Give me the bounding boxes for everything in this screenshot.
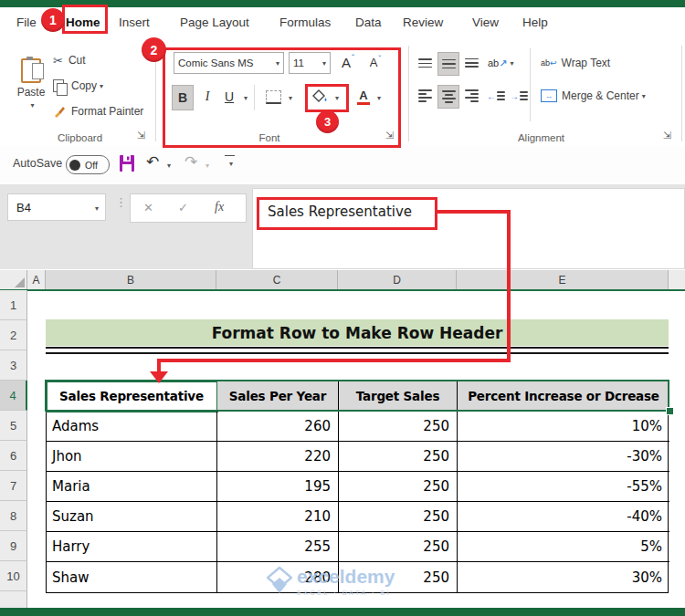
table-cell[interactable]: 250 xyxy=(339,562,458,592)
table-header-cell[interactable]: Percent Increase or Dcrease xyxy=(458,381,669,412)
table-cell[interactable]: 255 xyxy=(217,532,339,562)
table-cell[interactable]: 250 xyxy=(339,502,458,532)
font-size-combo[interactable]: 11 ▾ xyxy=(289,52,331,74)
formula-bar[interactable]: Sales Representative xyxy=(252,188,685,269)
table-cell[interactable]: 220 xyxy=(217,442,339,472)
column-header-partial[interactable] xyxy=(669,270,685,289)
row-header-3[interactable]: 3 xyxy=(0,350,27,381)
table-cell[interactable]: Shaw xyxy=(47,562,217,592)
drag-handle-icon[interactable]: ⋮ xyxy=(115,195,127,209)
table-header-cell[interactable]: Sales Representative xyxy=(47,381,217,412)
table-cell[interactable]: 5% xyxy=(458,532,669,562)
row-header-9[interactable]: 9 xyxy=(0,531,27,561)
undo-icon[interactable]: ↶ xyxy=(146,152,159,172)
menu-item-review[interactable]: Review xyxy=(403,16,443,29)
table-cell[interactable]: -40% xyxy=(458,502,669,532)
table-cell[interactable]: 280 xyxy=(217,562,339,592)
table-cell[interactable]: 10% xyxy=(458,412,669,442)
undo-chevron-icon[interactable]: ▾ xyxy=(167,162,171,170)
table-cell[interactable]: Harry xyxy=(47,532,217,562)
align-left-button[interactable] xyxy=(415,85,435,107)
menu-item-data[interactable]: Data xyxy=(355,16,382,29)
redo-chevron-icon[interactable]: ▾ xyxy=(206,162,209,170)
table-cell[interactable]: Suzan xyxy=(47,502,217,532)
save-icon[interactable] xyxy=(119,154,135,172)
clipboard-dialog-launcher-icon[interactable]: ⇲ xyxy=(137,130,145,141)
menu-item-page-layout[interactable]: Page Layout xyxy=(180,16,249,29)
menu-item-home[interactable]: Home xyxy=(66,16,100,29)
borders-button[interactable] xyxy=(261,85,285,109)
column-header-E[interactable]: E xyxy=(457,270,669,289)
insert-function-icon[interactable]: fx xyxy=(215,200,224,214)
increase-indent-button[interactable]: → xyxy=(509,85,529,107)
menu-item-file[interactable]: File xyxy=(16,16,37,29)
row-header-2[interactable]: 2 xyxy=(0,320,27,350)
align-top-button[interactable] xyxy=(415,52,435,74)
font-color-chevron-icon[interactable]: ▾ xyxy=(377,94,381,102)
column-header-A[interactable]: A xyxy=(27,270,46,289)
row-header-6[interactable]: 6 xyxy=(0,441,27,471)
align-bottom-button[interactable] xyxy=(461,52,481,74)
column-header-D[interactable]: D xyxy=(338,270,457,289)
merge-center-button[interactable]: ↔ Merge & Center ▾ xyxy=(541,85,646,107)
italic-button[interactable]: I xyxy=(197,85,217,109)
menu-item-insert[interactable]: Insert xyxy=(119,16,150,29)
table-cell[interactable]: 210 xyxy=(217,502,339,532)
fill-color-chevron-icon[interactable]: ▾ xyxy=(335,94,339,102)
row-header-4[interactable]: 4 xyxy=(0,381,27,411)
redo-icon[interactable]: ↷ xyxy=(184,152,197,172)
align-right-button[interactable] xyxy=(461,85,481,107)
autosave-toggle[interactable]: Off xyxy=(66,155,110,174)
row-header-partial[interactable] xyxy=(0,591,27,608)
table-cell[interactable]: 250 xyxy=(339,472,458,502)
column-header-C[interactable]: C xyxy=(216,270,338,289)
copy-button[interactable]: Copy ▾ xyxy=(53,78,103,94)
menu-item-formulas[interactable]: Formulas xyxy=(279,16,331,29)
menu-item-view[interactable]: View xyxy=(472,16,499,29)
paste-button[interactable]: Paste ▾ xyxy=(13,47,49,120)
format-painter-button[interactable]: Format Painter xyxy=(53,103,143,120)
select-all-button[interactable] xyxy=(0,270,27,289)
cancel-icon[interactable]: ✕ xyxy=(143,201,153,214)
table-cell[interactable]: 30% xyxy=(458,562,669,592)
alignment-dialog-launcher-icon[interactable]: ⇲ xyxy=(663,130,671,141)
wrap-text-button[interactable]: ab↩ Wrap Text xyxy=(541,52,610,74)
name-box[interactable]: B4 ▾ xyxy=(7,193,106,221)
table-cell[interactable]: Jhon xyxy=(47,442,217,472)
decrease-indent-button[interactable]: ← xyxy=(486,85,506,107)
table-cell[interactable]: Maria xyxy=(47,472,217,502)
row-header-10[interactable]: 10 xyxy=(0,561,27,591)
font-name-combo[interactable]: Comic Sans MS ▾ xyxy=(174,52,284,74)
column-header-B[interactable]: B xyxy=(46,270,216,289)
table-cell[interactable]: Adams xyxy=(47,412,217,442)
menu-item-help[interactable]: Help xyxy=(522,16,548,29)
align-center-button[interactable] xyxy=(437,85,459,109)
row-header-1[interactable]: 1 xyxy=(0,290,27,320)
increase-font-size-button[interactable]: A ˆ xyxy=(336,50,360,74)
table-cell[interactable]: 250 xyxy=(339,412,458,442)
orientation-button[interactable]: ab ↗ ▾ xyxy=(488,52,513,74)
font-color-button[interactable]: A xyxy=(353,85,374,109)
cut-button[interactable]: ✂ Cut xyxy=(53,52,86,68)
table-cell[interactable]: 250 xyxy=(339,442,458,472)
table-cell[interactable]: 195 xyxy=(217,472,339,502)
font-dialog-launcher-icon[interactable]: ⇲ xyxy=(385,130,394,141)
enter-icon[interactable]: ✓ xyxy=(178,201,188,214)
row-header-7[interactable]: 7 xyxy=(0,471,27,501)
table-cell[interactable]: -55% xyxy=(458,472,669,502)
table-header-cell[interactable]: Target Sales xyxy=(339,381,458,412)
table-cell[interactable]: 250 xyxy=(339,532,458,562)
table-header-cell[interactable]: Sales Per Year xyxy=(217,381,339,412)
align-middle-button[interactable] xyxy=(437,52,459,76)
table-cell[interactable]: 260 xyxy=(217,412,339,442)
row-header-5[interactable]: 5 xyxy=(0,411,27,441)
row-header-8[interactable]: 8 xyxy=(0,501,27,531)
fill-handle[interactable] xyxy=(666,407,674,415)
underline-button[interactable]: U xyxy=(219,85,239,109)
decrease-font-size-button[interactable]: A ˇ xyxy=(364,50,387,74)
bold-button[interactable]: B xyxy=(172,85,194,110)
underline-menu-chevron-icon[interactable]: ▾ xyxy=(244,94,248,102)
fill-color-button[interactable] xyxy=(309,85,331,109)
customize-qat-chevron-icon[interactable]: ▾ xyxy=(229,160,233,168)
borders-menu-chevron-icon[interactable]: ▾ xyxy=(289,94,292,102)
